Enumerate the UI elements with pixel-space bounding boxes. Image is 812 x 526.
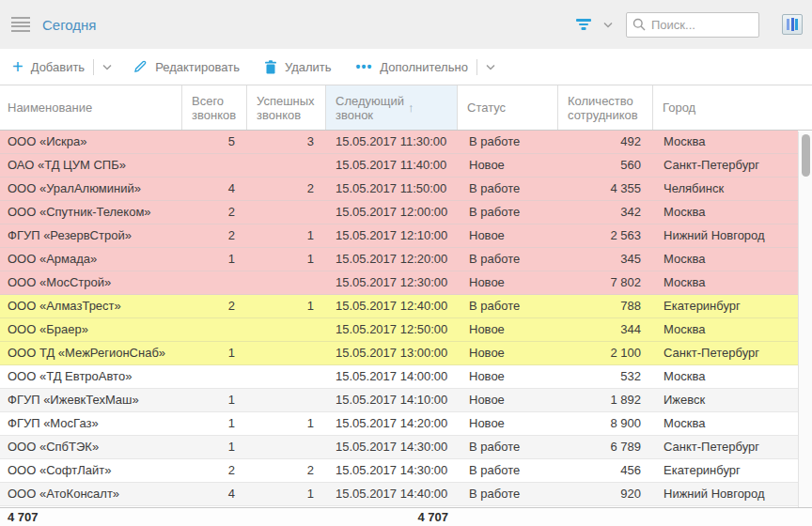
cell-city: Екатеринбург (653, 295, 798, 317)
cell-status: В работе (458, 201, 558, 224)
edit-button-label: Редактировать (155, 60, 240, 74)
cell-city: Москва (653, 412, 798, 435)
table-row[interactable]: ООО «СофтЛайт» 2 2 15.05.2017 14:30:00 В… (0, 459, 798, 483)
table-row[interactable]: ООО «УралАлюминий» 4 2 15.05.2017 11:50:… (0, 178, 798, 201)
filter-chevron-down-icon[interactable] (603, 22, 613, 28)
cell-name: ООО «СофтЛайт» (0, 459, 182, 482)
table-row[interactable]: ООО «Браер» 15.05.2017 12:50:00 Новое 34… (0, 318, 798, 342)
cell-success-calls (247, 154, 326, 177)
table-row[interactable]: ООО «ТД ЕвтроАвто» 15.05.2017 14:00:00 Н… (0, 365, 798, 389)
column-header-status[interactable]: Статус (458, 85, 558, 130)
cell-status: В работе (458, 436, 558, 458)
table-row[interactable]: ООО «АлмазТрест» 2 1 15.05.2017 12:40:00… (0, 295, 798, 318)
table-row[interactable]: ООО «СпбТЭК» 1 15.05.2017 14:30:00 В раб… (0, 436, 798, 459)
table-row[interactable]: ООО «АтоКонсалт» 4 1 15.05.2017 14:40:00… (0, 483, 798, 506)
divider (476, 59, 477, 75)
cell-total-calls: 1 (182, 342, 247, 364)
cell-employees: 6 789 (558, 436, 653, 458)
cell-next-call: 15.05.2017 14:30:00 (326, 459, 458, 482)
cell-status: Новое (458, 412, 558, 435)
cell-employees: 2 563 (558, 224, 653, 247)
cell-employees: 456 (558, 459, 653, 482)
cell-success-calls (247, 342, 326, 364)
cell-employees: 344 (558, 318, 653, 341)
cell-name: ООО «Армада» (0, 248, 182, 271)
cell-employees: 492 (558, 131, 653, 153)
command-bar: + Добавить Редактировать Удалить ••• Доп… (0, 49, 812, 85)
view-settings-icon[interactable] (782, 14, 803, 35)
cell-total-calls (182, 365, 247, 388)
filter-icon[interactable] (575, 19, 591, 30)
footer-total-next-call: 4 707 (326, 508, 458, 526)
cell-next-call: 15.05.2017 11:50:00 (326, 178, 458, 200)
cell-name: ООО «МосСтрой» (0, 271, 182, 294)
table-row[interactable]: ФГУП «ИжевкТехМаш» 1 15.05.2017 14:10:00… (0, 389, 798, 412)
column-header-employees[interactable]: Количество сотрудников (558, 85, 653, 130)
sort-asc-icon: ↑ (408, 101, 414, 115)
cell-status: В работе (458, 295, 558, 317)
scrollbar-thumb[interactable] (802, 134, 810, 177)
vertical-scrollbar[interactable] (798, 132, 812, 507)
cell-name: ООО «Искра» (0, 131, 182, 153)
cell-status: В работе (458, 459, 558, 482)
cell-name: ФГУП «МосГаз» (0, 412, 182, 435)
table-row[interactable]: ООО «Армада» 1 1 15.05.2017 12:20:00 В р… (0, 248, 798, 271)
table-row[interactable]: ФГУП «МосГаз» 1 1 15.05.2017 14:20:00 Но… (0, 412, 798, 436)
cell-status: Новое (458, 154, 558, 177)
cell-success-calls (247, 201, 326, 224)
cell-next-call: 15.05.2017 12:40:00 (326, 295, 458, 317)
cell-name: ООО «Спутник-Телеком» (0, 201, 182, 224)
cell-name: ООО «ТД ЕвтроАвто» (0, 365, 182, 388)
cell-total-calls (182, 271, 247, 294)
more-button-label: Дополнительно (380, 60, 468, 74)
cell-status: Новое (458, 271, 558, 294)
cell-city: Санкт-Петербург (653, 154, 798, 177)
more-button[interactable]: ••• Дополнительно (356, 60, 468, 74)
cell-total-calls: 2 (182, 459, 247, 482)
cell-success-calls (247, 271, 326, 294)
delete-button-label: Удалить (285, 60, 332, 74)
cell-city: Нижний Новгород (653, 483, 798, 505)
table-row[interactable]: ФГУП «РезервСтрой» 2 1 15.05.2017 12:10:… (0, 224, 798, 248)
table-row[interactable]: ООО «Искра» 5 3 15.05.2017 11:30:00 В ра… (0, 131, 798, 154)
trash-icon (264, 60, 277, 74)
search-input[interactable] (651, 18, 753, 32)
column-header-city[interactable]: Город (653, 85, 798, 130)
table-row[interactable]: ООО «МосСтрой» 15.05.2017 12:30:00 Новое… (0, 271, 798, 295)
table-row[interactable]: ООО ТД «МежРегионСнаб» 1 15.05.2017 13:0… (0, 342, 798, 365)
table-row[interactable]: ОАО «ТД ЦУМ СПБ» 15.05.2017 11:40:00 Нов… (0, 154, 798, 178)
cell-status: Новое (458, 318, 558, 341)
cell-success-calls: 1 (247, 412, 326, 435)
add-chevron-down-icon[interactable] (102, 64, 112, 70)
cell-employees: 2 100 (558, 342, 653, 364)
cell-status: Новое (458, 389, 558, 411)
cell-success-calls (247, 318, 326, 341)
cell-name: ООО «АтоКонсалт» (0, 483, 182, 505)
footer-total-left: 4 707 (0, 508, 182, 526)
cell-city: Москва (653, 201, 798, 224)
more-chevron-down-icon[interactable] (486, 64, 495, 70)
add-button[interactable]: + Добавить (12, 58, 85, 75)
column-header-total-calls[interactable]: Всего звонков (182, 85, 247, 130)
cell-city: Челябинск (653, 178, 798, 200)
cell-city: Москва (653, 318, 798, 341)
main-menu-icon[interactable] (11, 17, 30, 32)
cell-total-calls: 4 (182, 483, 247, 505)
cell-next-call: 15.05.2017 14:00:00 (326, 365, 458, 388)
table-row[interactable]: ООО «Спутник-Телеком» 2 15.05.2017 12:00… (0, 201, 798, 224)
search-box (626, 12, 759, 38)
cell-next-call: 15.05.2017 14:40:00 (326, 483, 458, 505)
cell-employees: 788 (558, 295, 653, 317)
column-header-name[interactable]: Наименование (0, 85, 182, 130)
cell-total-calls: 1 (182, 248, 247, 271)
page-title: Сегодня (42, 17, 97, 33)
cell-success-calls: 1 (247, 483, 326, 505)
cell-city: Москва (653, 365, 798, 388)
column-header-success-calls[interactable]: Успешных звонков (247, 85, 326, 130)
delete-button[interactable]: Удалить (264, 60, 332, 74)
column-header-next-call[interactable]: Следующий звонок↑ (326, 85, 458, 130)
ellipsis-icon: ••• (356, 60, 373, 73)
edit-button[interactable]: Редактировать (133, 59, 240, 74)
cell-status: В работе (458, 131, 558, 153)
cell-city: Нижний Новгород (653, 224, 798, 247)
